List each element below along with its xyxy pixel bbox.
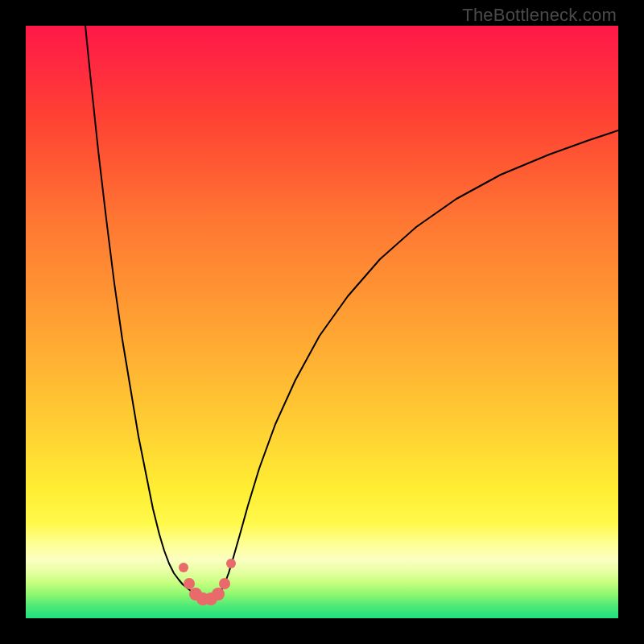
attribution-label: TheBottleneck.com	[462, 5, 617, 26]
bottleneck-curve	[26, 26, 618, 618]
svg-point-1	[184, 578, 195, 589]
svg-point-6	[219, 578, 230, 589]
svg-point-5	[212, 588, 225, 601]
svg-point-0	[179, 563, 188, 572]
trough-markers	[179, 559, 236, 605]
plot-area	[26, 26, 618, 618]
curve-path	[85, 26, 618, 600]
chart-frame: TheBottleneck.com	[0, 0, 644, 644]
svg-point-7	[226, 559, 236, 568]
